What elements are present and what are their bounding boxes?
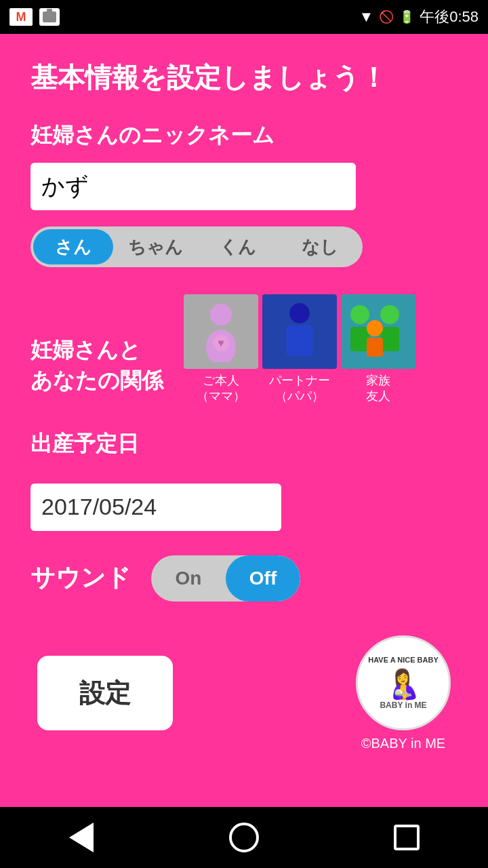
suffix-chan-button[interactable]: ちゃん — [116, 229, 196, 264]
nickname-input[interactable] — [30, 163, 356, 210]
status-bar-right: ▼ 🚫 🔋 午後0:58 — [359, 7, 479, 27]
due-date-section: 出産予定日 — [30, 429, 458, 531]
photo-icon — [39, 8, 60, 26]
mama-figure-svg: ♥ — [197, 301, 245, 362]
sound-toggle[interactable]: On Off — [151, 555, 300, 601]
papa-label: パートナー（パパ） — [269, 373, 330, 405]
family-figure-svg — [341, 294, 415, 369]
mama-label: ご本人（ママ） — [197, 373, 245, 405]
svg-text:♥: ♥ — [218, 337, 224, 349]
status-bar: M ▼ 🚫 🔋 午後0:58 — [0, 0, 488, 34]
mama-icon-box: ♥ — [184, 294, 258, 369]
relationship-papa-option[interactable]: パートナー（パパ） — [262, 294, 337, 405]
page-title: 基本情報を設定しましょう！ — [30, 61, 458, 94]
sound-section: サウンド On Off — [30, 555, 458, 601]
settings-button[interactable]: 設定 — [37, 656, 173, 730]
logo-circle: HAVE A NICE BABY 🤱 BABY in ME — [356, 635, 451, 730]
recents-icon — [394, 825, 420, 850]
papa-icon-box — [262, 294, 337, 369]
logo-caption: ©BABY in ME — [361, 736, 445, 751]
status-time: 午後0:58 — [420, 7, 479, 27]
svg-point-0 — [210, 304, 232, 326]
nickname-label: 妊婦さんのニックネーム — [30, 121, 458, 151]
family-label: 家族友人 — [366, 373, 390, 405]
relationship-mama-option[interactable]: ♥ ご本人（ママ） — [184, 294, 258, 405]
signal-icon: 🚫 — [379, 9, 394, 24]
svg-point-6 — [350, 305, 369, 324]
relationship-section: 妊婦さんとあなたの関係 ♥ ご本人（ママ） — [30, 294, 458, 405]
nav-bar — [0, 807, 488, 868]
family-icon-box — [341, 294, 415, 369]
suffix-nashi-button[interactable]: なし — [281, 229, 361, 264]
back-icon — [69, 823, 94, 852]
recents-button[interactable] — [386, 817, 427, 858]
relationship-family-option[interactable]: 家族友人 — [341, 294, 415, 405]
logo-bottom-text: BABY in ME — [380, 701, 426, 710]
svg-point-10 — [367, 320, 383, 336]
back-button[interactable] — [61, 817, 102, 858]
sound-on-button[interactable]: On — [151, 555, 226, 601]
sound-off-button[interactable]: Off — [226, 555, 300, 601]
suffix-kun-button[interactable]: くん — [198, 229, 278, 264]
gmail-icon: M — [9, 8, 33, 26]
suffix-button-group: さん ちゃん くん なし — [30, 226, 363, 267]
wifi-icon: ▼ — [359, 8, 373, 26]
papa-figure-svg — [276, 301, 323, 362]
svg-point-8 — [380, 305, 399, 324]
suffix-san-button[interactable]: さん — [33, 229, 113, 264]
svg-rect-7 — [350, 327, 369, 351]
logo-area: HAVE A NICE BABY 🤱 BABY in ME ©BABY in M… — [356, 635, 451, 751]
due-date-input[interactable] — [30, 484, 281, 531]
sound-label: サウンド — [30, 561, 131, 595]
relationship-label: 妊婦さんとあなたの関係 — [30, 294, 163, 396]
svg-rect-11 — [367, 338, 383, 357]
svg-rect-9 — [380, 327, 399, 351]
logo-arc-text: HAVE A NICE BABY — [368, 656, 439, 665]
status-bar-left: M — [9, 8, 60, 26]
svg-point-4 — [289, 303, 310, 323]
baby-figure-icon: 🤱 — [386, 667, 421, 701]
bottom-row: 設定 HAVE A NICE BABY 🤱 BABY in ME ©BABY i… — [30, 635, 458, 751]
svg-rect-5 — [287, 326, 312, 355]
home-button[interactable] — [224, 817, 264, 858]
home-icon — [229, 823, 259, 852]
due-date-label: 出産予定日 — [30, 429, 458, 459]
relationship-icon-group: ♥ ご本人（ママ） パートナー（パパ） — [184, 294, 415, 405]
main-content: 基本情報を設定しましょう！ 妊婦さんのニックネーム さん ちゃん くん なし 妊… — [0, 34, 488, 807]
battery-icon: 🔋 — [399, 9, 414, 24]
